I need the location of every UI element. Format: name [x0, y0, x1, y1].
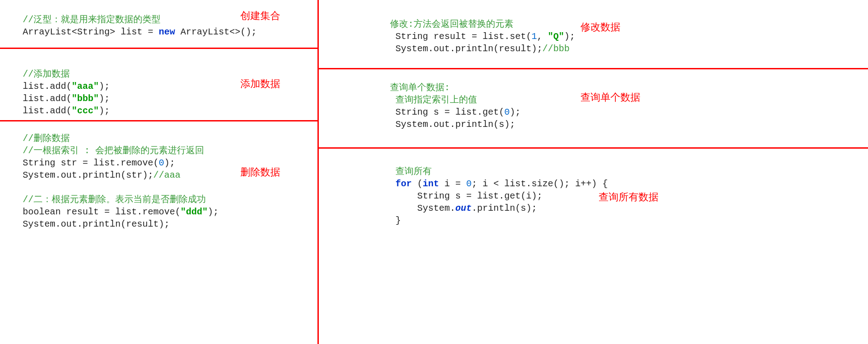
code-comment: //泛型：就是用来指定数据的类型 — [23, 15, 161, 25]
code-text: ( — [412, 179, 423, 189]
code-text: list.add( — [23, 81, 72, 92]
code-string: "Q" — [548, 31, 564, 42]
code-text: .println(s); — [472, 203, 537, 213]
code-keyword: out — [455, 203, 472, 213]
cell-add: //添加数据 list.add("aaa"); list.add("bbb");… — [0, 59, 317, 126]
vertical-divider — [317, 0, 319, 344]
code-text: ArrayList<String> list = — [23, 27, 159, 37]
code-keyword: for — [395, 179, 412, 189]
code-comment: //二：根据元素删除。表示当前是否删除成功 — [23, 194, 206, 205]
badge-query-one: 查询单个数据 — [580, 91, 640, 104]
code-text: list.add( — [23, 106, 72, 116]
code-text: } — [390, 215, 401, 226]
code-text: ); — [510, 107, 521, 117]
code-text: list.add( — [23, 93, 72, 104]
code-text: ); — [564, 31, 575, 42]
hline-right-2 — [317, 147, 868, 149]
code-text: ); — [99, 106, 110, 116]
code-comment: //aaa — [153, 170, 180, 180]
code-text: System. — [390, 203, 455, 213]
code-number: 0 — [466, 179, 472, 189]
code-number: 1 — [532, 31, 537, 42]
code-text: String str = list.remove( — [23, 158, 159, 168]
code-text: System.out.println(str); — [23, 170, 153, 180]
code-comment: //bbb — [542, 44, 570, 54]
code-text: i = — [439, 179, 466, 189]
code-number: 0 — [159, 158, 164, 168]
badge-modify: 修改数据 — [580, 20, 620, 34]
code-keyword: new — [159, 27, 175, 37]
code-text: ); — [99, 81, 110, 92]
code-text: System.out.println(result); — [390, 44, 542, 54]
cell-query-one: 查询单个数据: 查询指定索引上的值 String s = list.get(0)… — [367, 73, 775, 140]
cell-remove: //删除数据 //一根据索引 : 会把被删除的元素进行返回 String str… — [0, 123, 317, 239]
code-comment: //一根据索引 : 会把被删除的元素进行返回 — [23, 145, 204, 156]
code-comment: 修改:方法会返回被替换的元素 — [390, 19, 513, 29]
code-text: System.out.println(result); — [23, 219, 170, 229]
code-comment: //添加数据 — [23, 69, 70, 79]
code-text: ArrayList<>(); — [175, 27, 257, 37]
hline-left-1 — [0, 48, 317, 49]
code-keyword: int — [423, 179, 439, 189]
code-text: ); — [208, 207, 219, 217]
code-text: String result = list.set( — [390, 31, 532, 42]
code-text — [390, 179, 395, 189]
code-comment: //删除数据 — [23, 133, 70, 144]
code-string: "bbb" — [72, 93, 99, 104]
code-comment: 查询所有 — [390, 166, 432, 177]
badge-query-all: 查询所有数据 — [599, 190, 658, 204]
code-text: String s = list.get( — [390, 107, 504, 117]
code-comment: 查询指定索引上的值 — [390, 95, 477, 105]
hline-right-1 — [317, 68, 868, 69]
cell-query-all: 查询所有 for (int i = 0; i < list.size(); i+… — [367, 156, 775, 236]
code-string: "ccc" — [72, 106, 99, 116]
code-text: System.out.println(s); — [390, 119, 515, 130]
cell-modify: 修改:方法会返回被替换的元素 String result = list.set(… — [367, 9, 775, 64]
code-text: ; i < list.size(); i++) { — [472, 179, 608, 189]
badge-add: 添加数据 — [240, 77, 280, 91]
code-number: 0 — [504, 107, 510, 117]
code-comment: 查询单个数据: — [390, 82, 450, 93]
code-string: "aaa" — [72, 81, 99, 92]
code-string: "ddd" — [180, 207, 208, 217]
code-text: String s = list.get(i); — [390, 191, 542, 201]
badge-create: 创建集合 — [240, 9, 280, 23]
badge-remove: 删除数据 — [240, 165, 280, 179]
code-text: ); — [99, 93, 110, 104]
code-text: boolean result = list.remove( — [23, 207, 180, 217]
code-text: ); — [164, 158, 175, 168]
code-text: , — [537, 31, 548, 42]
